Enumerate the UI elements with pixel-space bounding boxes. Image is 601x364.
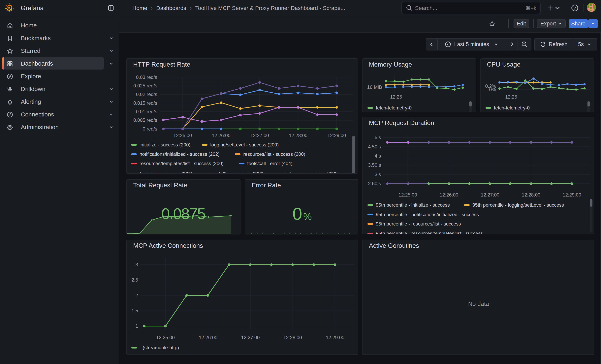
svg-text:12:27:00: 12:27:00 xyxy=(250,133,269,138)
svg-text:16 MiB: 16 MiB xyxy=(367,84,382,90)
svg-text:12:27:00: 12:27:00 xyxy=(241,335,260,340)
svg-text:12:28:00: 12:28:00 xyxy=(283,335,302,340)
svg-text:12:29:00: 12:29:00 xyxy=(326,335,344,340)
svg-text:0: 0 xyxy=(292,204,302,224)
svg-text:0.01 req/s: 0.01 req/s xyxy=(136,109,157,114)
svg-text:0.0875: 0.0875 xyxy=(161,205,205,222)
svg-text:%: % xyxy=(303,211,312,222)
svg-text:12:26:00: 12:26:00 xyxy=(199,335,217,340)
svg-text:1: 1 xyxy=(135,323,138,329)
svg-text:12:26:00: 12:26:00 xyxy=(440,192,458,197)
svg-text:1.5: 1.5 xyxy=(131,308,138,313)
svg-text:0.025 req/s: 0.025 req/s xyxy=(133,83,157,89)
svg-text:0.015 req/s: 0.015 req/s xyxy=(133,100,157,106)
svg-text:4.50 s: 4.50 s xyxy=(368,144,381,149)
svg-text:2.5: 2.5 xyxy=(131,277,138,283)
svg-text:0.03 req/s: 0.03 req/s xyxy=(136,75,157,80)
svg-text:2.50 s: 2.50 s xyxy=(368,181,381,186)
svg-text:12:26:00: 12:26:00 xyxy=(212,133,230,138)
svg-text:12:29:00: 12:29:00 xyxy=(563,192,581,197)
svg-text:3 s: 3 s xyxy=(375,172,381,177)
svg-text:5 s: 5 s xyxy=(375,135,381,140)
svg-text:0.02 req/s: 0.02 req/s xyxy=(136,92,157,97)
svg-text:12:28:00: 12:28:00 xyxy=(522,192,540,197)
svg-text:4 s: 4 s xyxy=(375,153,381,158)
svg-text:12:27:00: 12:27:00 xyxy=(481,192,499,197)
svg-text:3: 3 xyxy=(135,262,138,267)
svg-text:12:25:00: 12:25:00 xyxy=(173,133,192,138)
svg-text:0%: 0% xyxy=(489,87,496,92)
svg-text:2: 2 xyxy=(135,293,138,298)
svg-text:12:25: 12:25 xyxy=(390,94,402,99)
svg-text:?: ? xyxy=(574,6,576,10)
svg-text:12:25:00: 12:25:00 xyxy=(399,192,417,197)
svg-text:12:25:00: 12:25:00 xyxy=(156,335,175,340)
svg-text:0.005 req/s: 0.005 req/s xyxy=(133,118,157,123)
svg-text:3.50 s: 3.50 s xyxy=(368,162,381,168)
svg-text:12:28:00: 12:28:00 xyxy=(289,133,307,138)
svg-text:0 req/s: 0 req/s xyxy=(143,126,157,132)
svg-text:12:25: 12:25 xyxy=(505,94,517,99)
svg-text:12:29:00: 12:29:00 xyxy=(327,133,346,138)
